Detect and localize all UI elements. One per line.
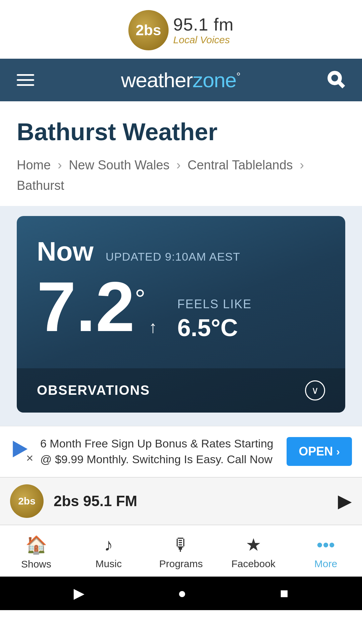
logo-weather: weather [121,68,193,92]
page-title: Bathurst Weather [17,118,345,146]
radio-logo: 2bs 95.1 fm Local Voices [128,10,234,50]
breadcrumb-home[interactable]: Home [17,158,51,172]
chevron-down-icon: ∨ [311,385,319,395]
weather-now-header: Now UPDATED 9:10AM AEST [37,236,325,267]
nav-item-shows[interactable]: 🏠 Shows [0,525,72,577]
temperature-value: 7.2 [37,277,135,337]
home-button[interactable]: ● [178,585,186,601]
breadcrumb-subregion[interactable]: Central Tablelands [188,158,293,172]
radio-logo-text: 95.1 fm Local Voices [173,15,234,45]
music-label: Music [96,558,122,570]
player-station-name: 2bs 95.1 FM [54,493,328,509]
weather-card: Now UPDATED 9:10AM AEST 7.2 ° ↑ FEELS LI… [17,216,345,413]
feels-like-value: 6.5°C [177,314,252,341]
ad-banner: ✕ 6 Month Free Sign Up Bonus & Rates Sta… [0,426,362,477]
station-tagline: Local Voices [173,34,234,45]
weather-updated: UPDATED 9:10AM AEST [106,250,240,263]
hamburger-line-1 [17,74,34,76]
facebook-icon: ★ [246,535,261,555]
back-button[interactable]: ◀ [74,585,84,601]
breadcrumb-current: Bathurst [17,178,64,193]
player-logo-text: 2bs [18,495,36,507]
ad-open-button[interactable]: OPEN › [287,437,352,466]
more-icon: ••• [317,535,335,555]
nav-item-programs[interactable]: 🎙 Programs [145,525,217,577]
hamburger-menu-button[interactable] [17,74,34,86]
up-arrow-icon: ↑ [149,317,157,337]
observations-label: OBSERVATIONS [37,383,150,398]
player-bar: 2bs 2bs 95.1 FM ▶ [0,477,362,525]
breadcrumb-sep-3: › [300,158,304,172]
player-station-logo: 2bs [10,484,44,518]
page-content: Bathurst Weather Home › New South Wales … [0,101,362,206]
nav-item-music[interactable]: ♪ Music [72,525,145,577]
nav-item-facebook[interactable]: ★ Facebook [217,525,290,577]
temp-arrow: ↑ [149,317,157,337]
weather-temps: 7.2 ° ↑ FEELS LIKE 6.5°C [37,277,325,341]
ad-text: 6 Month Free Sign Up Bonus & Rates Start… [40,436,280,468]
weatherzone-header: weatherzone° [0,59,362,101]
weather-now-label: Now [37,236,94,267]
ad-open-arrow: › [336,445,340,458]
facebook-label: Facebook [231,558,276,570]
more-label: More [314,558,337,570]
feels-like-block: FEELS LIKE 6.5°C [177,297,252,341]
breadcrumb: Home › New South Wales › Central Tablela… [17,155,345,196]
system-nav-bar: ◀ ● ■ [0,577,362,610]
breadcrumb-sep-2: › [176,158,181,172]
music-icon: ♪ [104,535,113,555]
temperature-degree: ° [135,284,145,315]
svg-point-0 [329,72,340,83]
ad-close-button[interactable]: ✕ [26,454,34,463]
radio-logo-bar: 2bs 95.1 fm Local Voices [0,0,362,59]
svg-line-1 [339,82,344,87]
observations-bar[interactable]: OBSERVATIONS ∨ [17,368,345,413]
bottom-nav: 🏠 Shows ♪ Music 🎙 Programs ★ Facebook ••… [0,525,362,577]
ad-open-label: OPEN [299,444,333,459]
programs-label: Programs [159,558,203,570]
player-play-button[interactable]: ▶ [338,490,352,512]
search-button[interactable] [327,70,345,90]
weatherzone-logo: weatherzone° [121,68,240,92]
station-freq: 95.1 fm [173,15,234,34]
radio-logo-circle: 2bs [128,10,169,50]
hamburger-line-3 [17,84,34,86]
shows-icon: 🏠 [25,535,47,555]
weather-main-temp: 7.2 ° ↑ [37,277,157,337]
logo-degree: ° [236,70,240,82]
search-icon [327,70,345,89]
recent-apps-button[interactable]: ■ [280,585,288,601]
weather-section: Now UPDATED 9:10AM AEST 7.2 ° ↑ FEELS LI… [0,206,362,426]
nav-item-more[interactable]: ••• More [290,525,362,577]
breadcrumb-sep-1: › [58,158,62,172]
observations-expand-button[interactable]: ∨ [305,380,325,400]
programs-icon: 🎙 [172,535,190,555]
breadcrumb-region[interactable]: New South Wales [69,158,170,172]
feels-like-label: FEELS LIKE [177,297,252,311]
station-abbr: 2bs [136,23,161,38]
ad-icon-block: ✕ [10,440,34,463]
shows-label: Shows [21,558,51,570]
hamburger-line-2 [17,79,34,81]
logo-zone: zone [193,68,236,92]
